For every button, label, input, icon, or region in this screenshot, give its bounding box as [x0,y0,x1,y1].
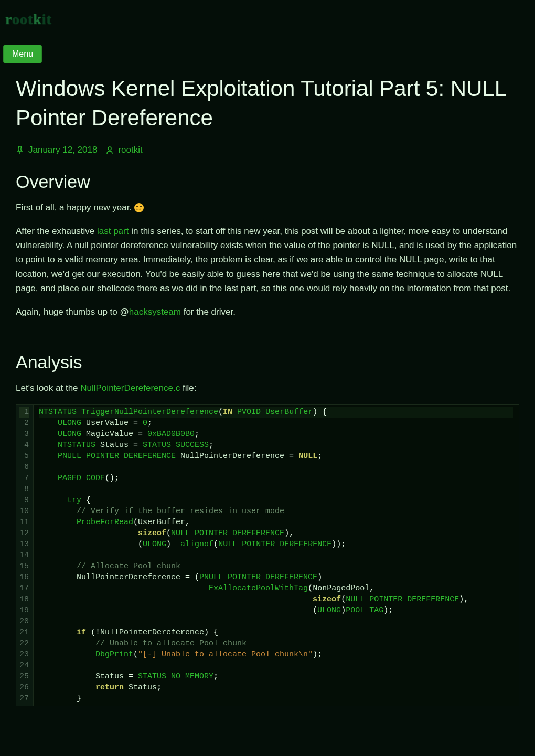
paragraph-credit: Again, huge thumbs up to @hacksysteam fo… [16,305,519,319]
last-part-link[interactable]: last part [97,226,129,236]
paragraph-body: After the exhaustive last part in this s… [16,224,519,295]
hacksysteam-link[interactable]: hacksysteam [129,307,181,317]
post-date-link[interactable]: January 12, 2018 [28,143,97,157]
source-file-link[interactable]: NullPointerDereference.c [80,383,180,393]
post-content: Windows Kernel Exploitation Tutorial Par… [0,63,535,706]
paragraph-analysis-intro: Let's look at the NullPointerDereference… [16,381,519,395]
menu-button[interactable]: Menu [3,45,42,63]
overview-heading: Overview [16,167,519,196]
site-header: rrootkitootkit [0,0,535,34]
code-block: 1234567891011121314151617181920212223242… [16,404,519,706]
paragraph-intro: First of all, a happy new year. [16,200,519,215]
post-meta: January 12, 2018 rootkit [16,143,519,157]
analysis-heading: Analysis [16,348,519,376]
code-gutter: 1234567891011121314151617181920212223242… [16,405,34,706]
smile-icon [134,203,144,212]
pin-icon [16,146,24,154]
post-author-link[interactable]: rootkit [118,143,142,157]
code-body[interactable]: NTSTATUS TriggerNullPointerDereference(I… [34,405,519,706]
page-title: Windows Kernel Exploitation Tutorial Par… [16,74,519,133]
svg-point-0 [108,147,111,150]
site-logo[interactable]: rrootkitootkit [5,8,535,31]
user-icon [105,146,114,154]
